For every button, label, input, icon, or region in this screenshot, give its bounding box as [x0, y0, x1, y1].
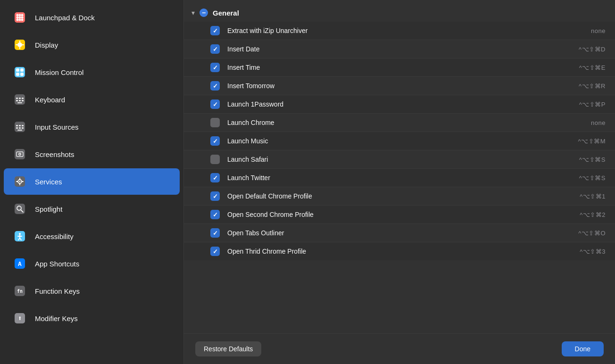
screenshots-icon — [11, 146, 28, 163]
shortcut-key: ^⌥⇧⌘R — [568, 83, 606, 90]
checkmark-icon: ✓ — [213, 248, 218, 255]
sidebar-item-services[interactable]: Services — [4, 168, 180, 195]
checkbox-s7[interactable]: ✓ — [210, 136, 220, 146]
shortcut-key: ^⌥⇧⌘3 — [568, 248, 606, 255]
launchpad-icon — [11, 9, 28, 26]
chevron-down-icon[interactable]: ▾ — [191, 9, 195, 17]
sidebar: Launchpad & DockDisplayMission ControlKe… — [0, 0, 184, 364]
sidebar-item-fnkeys[interactable]: fnFunction Keys — [4, 278, 180, 304]
checkmark-icon: ✓ — [213, 193, 218, 200]
checkbox-s5[interactable]: ✓ — [210, 99, 220, 109]
shortcut-row: Launch Safari^⌥⇧⌘S — [184, 150, 615, 169]
svg-rect-36 — [17, 130, 22, 131]
svg-rect-28 — [17, 102, 22, 103]
display-icon — [11, 36, 28, 53]
shortcut-row: ✓Insert Tomorrow^⌥⇧⌘R — [184, 77, 615, 95]
svg-rect-33 — [16, 127, 18, 129]
checkbox-s11[interactable]: ✓ — [210, 210, 220, 219]
shortcut-row: ✓Launch Music^⌥⇧⌘M — [184, 132, 615, 150]
sidebar-label-modifier: Modifier Keys — [35, 314, 78, 323]
checkbox-s3[interactable]: ✓ — [210, 63, 220, 72]
sidebar-label-fnkeys: Function Keys — [35, 287, 80, 295]
svg-text:⬆: ⬆ — [17, 314, 22, 323]
shortcut-key: none — [568, 27, 606, 34]
checkbox-s2[interactable]: ✓ — [210, 44, 220, 54]
checkbox-s1[interactable]: ✓ — [210, 26, 220, 35]
modifier-icon: ⬆ — [11, 310, 28, 327]
shortcut-name: Open Tabs Outliner — [227, 229, 560, 237]
svg-rect-26 — [19, 100, 21, 101]
svg-point-4 — [17, 17, 19, 19]
sidebar-label-accessibility: Accessibility — [35, 232, 74, 240]
shortcut-name: Insert Tomorrow — [227, 82, 560, 90]
bottom-bar: Restore Defaults Done — [184, 333, 615, 364]
sidebar-label-input: Input Sources — [35, 123, 79, 131]
sidebar-item-modifier[interactable]: ⬆Modifier Keys — [4, 305, 180, 331]
checkmark-icon: ✓ — [213, 211, 218, 218]
svg-point-1 — [17, 14, 19, 17]
shortcut-name: Open Second Chrome Profile — [227, 211, 560, 218]
svg-point-3 — [21, 14, 24, 17]
section-title: General — [213, 9, 239, 17]
checkmark-icon: ✓ — [213, 83, 218, 90]
sidebar-item-keyboard[interactable]: Keyboard — [4, 86, 180, 113]
shortcut-row: ✓Launch 1Password^⌥⇧⌘P — [184, 95, 615, 114]
sidebar-label-services: Services — [35, 178, 62, 186]
svg-rect-35 — [22, 127, 24, 129]
svg-rect-27 — [22, 100, 24, 101]
sidebar-label-spotlight: Spotlight — [35, 205, 62, 213]
svg-rect-48 — [15, 204, 25, 214]
svg-rect-19 — [16, 73, 19, 76]
restore-defaults-button[interactable]: Restore Defaults — [195, 341, 261, 356]
shortcut-name: Launch Safari — [227, 156, 560, 163]
mission-icon — [11, 64, 28, 81]
checkbox-s9[interactable]: ✓ — [210, 173, 220, 182]
shortcut-row: ✓Open Tabs Outliner^⌥⇧⌘O — [184, 224, 615, 242]
sidebar-item-screenshots[interactable]: Screenshots — [4, 141, 180, 167]
checkmark-icon: ✓ — [213, 46, 218, 53]
done-button[interactable]: Done — [562, 341, 604, 356]
svg-rect-30 — [16, 125, 18, 126]
shortcut-row: ✓Launch Twitter^⌥⇧⌘S — [184, 169, 615, 187]
services-icon — [11, 173, 28, 190]
sidebar-item-input[interactable]: Input Sources — [4, 114, 180, 140]
checkbox-s6[interactable] — [210, 118, 220, 127]
svg-point-5 — [19, 17, 21, 19]
svg-rect-23 — [19, 98, 21, 99]
sidebar-item-spotlight[interactable]: Spotlight — [4, 196, 180, 222]
shortcut-key: ^⌥⇧⌘2 — [568, 211, 606, 218]
shortcut-row: ✓Open Thrid Chrome Profile^⌥⇧⌘3 — [184, 242, 615, 260]
shortcut-row: Launch Chromenone — [184, 114, 615, 132]
shortcut-name: Launch Music — [227, 137, 560, 145]
checkmark-icon: ✓ — [213, 138, 218, 145]
sidebar-item-mission[interactable]: Mission Control — [4, 59, 180, 85]
shortcut-row: ✓Insert Time^⌥⇧⌘E — [184, 58, 615, 77]
sidebar-item-accessibility[interactable]: Accessibility — [4, 223, 180, 249]
checkmark-icon: ✓ — [213, 27, 218, 34]
checkbox-s13[interactable]: ✓ — [210, 247, 220, 256]
svg-point-7 — [17, 19, 19, 21]
shortcut-name: Launch Chrome — [227, 119, 560, 126]
svg-point-43 — [19, 181, 21, 182]
checkbox-s10[interactable]: ✓ — [210, 191, 220, 201]
checkmark-icon: ✓ — [213, 101, 218, 108]
checkbox-s8[interactable] — [210, 155, 220, 164]
checkbox-s12[interactable]: ✓ — [210, 228, 220, 238]
shortcut-row: ✓Open Default Chrome Profile^⌥⇧⌘1 — [184, 187, 615, 206]
svg-rect-20 — [20, 73, 24, 76]
sidebar-item-appshortcuts[interactable]: AApp Shortcuts — [4, 250, 180, 277]
sidebar-item-launchpad[interactable]: Launchpad & Dock — [4, 4, 180, 31]
checkbox-s4[interactable]: ✓ — [210, 81, 220, 91]
shortcut-key: ^⌥⇧⌘S — [568, 174, 606, 182]
sidebar-label-keyboard: Keyboard — [35, 96, 65, 104]
main-content: ▾ − General ✓Extract with iZip Unarchive… — [184, 0, 615, 364]
sidebar-item-display[interactable]: Display — [4, 32, 180, 58]
keyboard-icon — [11, 91, 28, 108]
accessibility-icon — [11, 228, 28, 245]
shortcut-key: ^⌥⇧⌘S — [568, 156, 606, 163]
shortcut-name: Launch 1Password — [227, 100, 560, 108]
svg-rect-16 — [15, 67, 25, 77]
appshortcuts-icon: A — [11, 255, 28, 272]
shortcut-key: ^⌥⇧⌘D — [568, 46, 606, 53]
section-collapse-button[interactable]: − — [199, 8, 208, 17]
